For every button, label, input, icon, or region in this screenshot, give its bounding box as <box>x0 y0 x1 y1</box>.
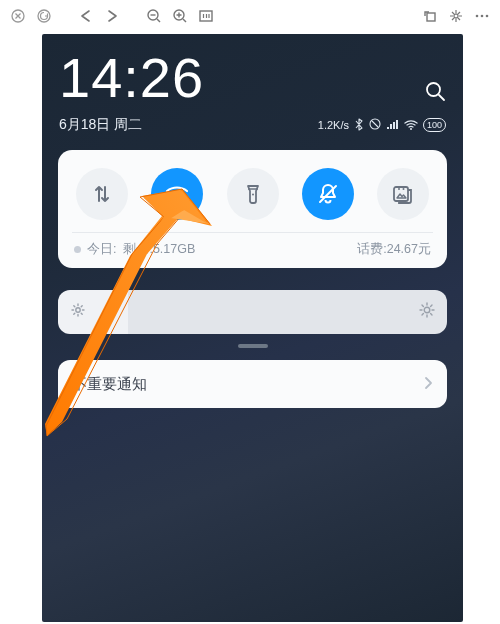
quick-settings-info[interactable]: 今日: 剩余:5.17GB 话费:24.67元 <box>72 241 433 258</box>
svg-point-7 <box>481 15 484 18</box>
date-status-row: 6月18日 周二 1.2K/s 100 <box>59 116 446 134</box>
svg-point-1 <box>38 10 50 22</box>
zoom-in-icon[interactable] <box>168 4 192 28</box>
qs-dnd[interactable] <box>302 168 354 220</box>
sparkle-icon[interactable] <box>444 4 468 28</box>
svg-point-8 <box>486 15 489 18</box>
forward-icon[interactable] <box>100 4 124 28</box>
qs-flashlight[interactable] <box>227 168 279 220</box>
battery-indicator: 100 <box>423 118 446 132</box>
quick-settings-row <box>72 164 433 228</box>
brightness-high-icon <box>419 302 435 322</box>
low-priority-label: 不重要通知 <box>72 375 147 394</box>
chevron-right-icon <box>423 376 433 393</box>
qs-mobile-data[interactable] <box>76 168 128 220</box>
qs-screenshot[interactable] <box>377 168 429 220</box>
clock-time: 14:26 <box>59 50 204 106</box>
quick-settings-card: 今日: 剩余:5.17GB 话费:24.67元 <box>58 150 447 268</box>
svg-point-6 <box>476 15 479 18</box>
net-speed: 1.2K/s <box>318 119 349 131</box>
qs-wifi[interactable] <box>151 168 203 220</box>
rotate-icon[interactable] <box>418 4 442 28</box>
status-dot-icon <box>74 246 81 253</box>
divider <box>72 232 433 233</box>
low-priority-notifications[interactable]: 不重要通知 <box>58 360 447 408</box>
svg-point-18 <box>424 307 430 313</box>
wifi-status-icon <box>404 119 418 132</box>
svg-point-11 <box>410 128 412 130</box>
svg-point-9 <box>427 83 440 96</box>
brightness-low-icon <box>70 302 86 322</box>
no-sim-icon <box>369 118 381 132</box>
call-fee-text: 话费:24.67元 <box>357 241 431 258</box>
svg-rect-5 <box>427 13 435 21</box>
bluetooth-icon <box>354 118 364 133</box>
reload-icon[interactable] <box>32 4 56 28</box>
svg-point-12 <box>176 199 179 202</box>
actual-size-icon[interactable] <box>194 4 218 28</box>
signal-icon <box>386 119 399 132</box>
svg-point-16 <box>398 188 400 190</box>
lockscreen-header: 14:26 <box>59 50 446 106</box>
svg-point-17 <box>76 308 80 312</box>
svg-rect-14 <box>394 187 408 201</box>
date-text: 6月18日 周二 <box>59 116 142 134</box>
brightness-slider[interactable] <box>58 290 447 334</box>
back-icon[interactable] <box>74 4 98 28</box>
svg-point-13 <box>252 194 254 196</box>
screenshot-photo: 14:26 6月18日 周二 1.2K/s <box>42 34 463 622</box>
viewer-toolbar <box>0 0 500 32</box>
status-bar-icons: 1.2K/s 100 <box>318 118 446 133</box>
zoom-out-icon[interactable] <box>142 4 166 28</box>
data-usage-text: 今日: 剩余:5.17GB <box>74 241 195 258</box>
search-icon[interactable] <box>424 80 446 106</box>
svg-point-15 <box>403 188 405 190</box>
more-icon[interactable] <box>470 4 494 28</box>
close-icon[interactable] <box>6 4 30 28</box>
image-canvas: 14:26 6月18日 周二 1.2K/s <box>0 32 500 624</box>
panel-drag-handle[interactable] <box>238 344 268 348</box>
